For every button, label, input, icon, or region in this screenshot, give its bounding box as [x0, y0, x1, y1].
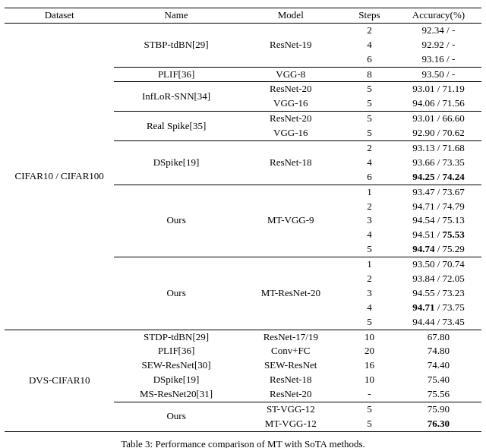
- method-name: MS-ResNet20[31]: [114, 387, 238, 402]
- method-name: Real Spike[35]: [114, 112, 238, 141]
- method-name: STBP-tdBN[29]: [114, 23, 238, 67]
- steps-cell: 16: [343, 358, 396, 373]
- steps-cell: 5: [343, 402, 396, 417]
- method-name: Ours: [114, 185, 238, 257]
- steps-cell: 5: [343, 242, 396, 257]
- model-cell: MT-VGG-12: [238, 417, 343, 431]
- acc-cell: 75.40: [396, 373, 481, 387]
- model-cell: ST-VGG-12: [238, 402, 343, 417]
- dataset-cifar: CIFAR10 / CIFAR100: [5, 23, 114, 330]
- acc-cell: 94.51 / 75.53: [396, 228, 481, 242]
- acc-cell: 93.13 / 71.68: [396, 141, 481, 156]
- acc-cell: 93.50 / -: [396, 67, 481, 82]
- steps-cell: 2: [343, 272, 396, 286]
- model-cell: ResNet-18: [238, 141, 343, 185]
- bold-value: 94.25: [412, 171, 434, 182]
- acc-cell: 75.90: [396, 402, 481, 417]
- steps-cell: 6: [343, 170, 396, 185]
- acc-cell: 92.92 / -: [396, 38, 481, 52]
- bold-value: 74.24: [443, 171, 465, 182]
- steps-cell: 5: [343, 417, 396, 431]
- model-cell: ResNet-20: [238, 387, 343, 402]
- acc-cell: 74.40: [396, 358, 481, 373]
- acc-cell: 94.71 / 74.79: [396, 200, 481, 214]
- col-model: Model: [238, 8, 343, 24]
- col-dataset: Dataset: [5, 8, 114, 24]
- method-name: Ours: [114, 402, 238, 432]
- col-name: Name: [114, 8, 238, 24]
- acc-cell: 74.80: [396, 344, 481, 358]
- method-name: PLIF[36]: [114, 344, 238, 358]
- acc-cell: 92.90 / 70.62: [396, 126, 481, 140]
- bold-value: 94.71: [412, 301, 434, 313]
- steps-cell: 10: [343, 373, 396, 387]
- acc-cell: 94.25 / 74.24: [396, 170, 481, 185]
- acc-cell: 93.50 / 70.74: [396, 257, 481, 272]
- model-cell: ResNet-18: [238, 373, 343, 387]
- method-name: PLIF[36]: [114, 67, 238, 82]
- steps-cell: 1: [343, 257, 396, 272]
- steps-cell: 3: [343, 286, 396, 301]
- sep: /: [434, 171, 442, 182]
- model-cell: ResNet-20: [238, 112, 343, 126]
- steps-cell: 4: [343, 156, 396, 170]
- model-cell: VGG-16: [238, 96, 343, 111]
- model-cell: ResNet-20: [238, 82, 343, 96]
- table-row: CIFAR10 / CIFAR100 STBP-tdBN[29] ResNet-…: [5, 23, 481, 37]
- table-caption: Table 3: Performance comparison of MT wi…: [5, 432, 481, 448]
- acc-cell: 93.84 / 72.05: [396, 272, 481, 286]
- steps-cell: 4: [343, 228, 396, 242]
- method-name: DSpike[19]: [114, 373, 238, 387]
- steps-cell: 2: [343, 200, 396, 214]
- acc-cell: 93.01 / 66.60: [396, 112, 481, 126]
- model-cell: VGG-8: [238, 67, 343, 82]
- steps-cell: 1: [343, 185, 396, 199]
- steps-cell: 3: [343, 213, 396, 228]
- acc-cell: 93.66 / 73.35: [396, 156, 481, 170]
- model-cell: ResNet-19: [238, 23, 343, 67]
- method-name: Ours: [114, 257, 238, 330]
- val: / 73.75: [434, 301, 464, 313]
- method-name: SEW-ResNet[30]: [114, 358, 238, 373]
- steps-cell: 4: [343, 301, 396, 315]
- steps-cell: -: [343, 387, 396, 402]
- steps-cell: 5: [343, 96, 396, 111]
- acc-cell: 92.34 / -: [396, 23, 481, 37]
- bold-value: 94.74: [412, 243, 434, 254]
- acc-cell: 94.06 / 71.56: [396, 96, 481, 111]
- table-header-row: Dataset Name Model Steps Accuracy(%): [5, 8, 481, 24]
- steps-cell: 4: [343, 38, 396, 52]
- acc-cell: 94.44 / 73.45: [396, 315, 481, 330]
- val: / 75.29: [434, 243, 464, 254]
- steps-cell: 8: [343, 67, 396, 82]
- acc-cell: 93.16 / -: [396, 52, 481, 67]
- bold-value: 76.30: [428, 418, 450, 429]
- table-row: DVS-CIFAR10 STDP-tdBN[29] ResNet-17/19 1…: [5, 330, 481, 344]
- model-cell: MT-VGG-9: [238, 185, 343, 257]
- col-steps: Steps: [343, 8, 396, 24]
- acc-cell: 94.71 / 73.75: [396, 301, 481, 315]
- method-name: DSpike[19]: [114, 141, 238, 185]
- steps-cell: 5: [343, 126, 396, 140]
- acc-cell: 94.74 / 75.29: [396, 242, 481, 257]
- acc-cell: 93.47 / 73.67: [396, 185, 481, 199]
- results-table: Dataset Name Model Steps Accuracy(%) CIF…: [5, 8, 481, 432]
- acc-cell: 93.01 / 71.19: [396, 82, 481, 96]
- model-cell: ResNet-17/19: [238, 330, 343, 344]
- steps-cell: 5: [343, 315, 396, 330]
- acc-cell: 67.80: [396, 330, 481, 344]
- steps-cell: 2: [343, 141, 396, 156]
- model-cell: Conv+FC: [238, 344, 343, 358]
- acc-cell: 94.54 / 75.13: [396, 213, 481, 228]
- model-cell: VGG-16: [238, 126, 343, 140]
- val: 94.51 /: [412, 229, 442, 240]
- method-name: InfLoR-SNN[34]: [114, 82, 238, 112]
- steps-cell: 5: [343, 112, 396, 126]
- steps-cell: 2: [343, 23, 396, 37]
- col-accuracy: Accuracy(%): [396, 8, 481, 24]
- model-cell: SEW-ResNet: [238, 358, 343, 373]
- acc-cell: 76.30: [396, 417, 481, 431]
- bold-value: 75.53: [443, 229, 465, 240]
- steps-cell: 5: [343, 82, 396, 96]
- method-name: STDP-tdBN[29]: [114, 330, 238, 344]
